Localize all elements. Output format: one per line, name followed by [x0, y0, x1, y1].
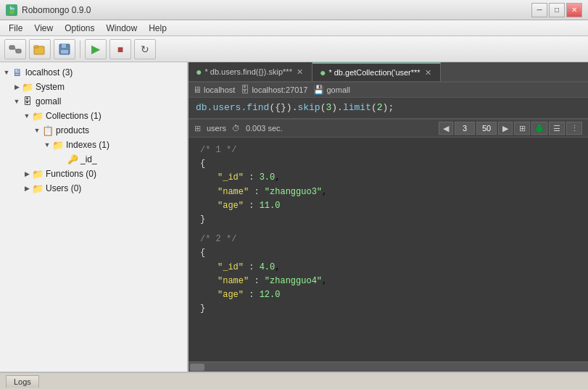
conn-db: 💾 gomall [313, 85, 349, 95]
execute-button[interactable]: ▶ [85, 39, 107, 59]
query-editor[interactable]: db.users.find({}).skip(3).limit(2); [189, 98, 588, 120]
h-scroll-thumb [190, 364, 204, 371]
arrow-system: ▶ [12, 82, 22, 92]
menu-window[interactable]: Window [101, 22, 144, 35]
menu-bar: File View Options Window Help [0, 20, 588, 36]
title-bar: 🍃 Robomongo 0.9.0 ─ □ ✕ [0, 0, 588, 20]
minimize-button[interactable]: ─ [531, 3, 547, 17]
server-icon: 🖥 [12, 67, 23, 78]
menu-file[interactable]: File [3, 22, 28, 35]
close-button[interactable]: ✕ [566, 3, 582, 17]
open-button[interactable] [29, 39, 51, 59]
arrow-functions: ▶ [22, 169, 32, 179]
title-bar-left: 🍃 Robomongo 0.9.0 [6, 4, 91, 16]
refresh-button[interactable]: ↻ [134, 39, 156, 59]
arrow-gomall: ▼ [12, 96, 22, 106]
result-1-comment: /* 1 */ [200, 145, 236, 155]
tab-2-label: * db.getCollection('user*** [328, 68, 420, 77]
table-icon: ⊞ [194, 124, 201, 133]
app-icon: 🍃 [6, 4, 17, 16]
label-collections: Collections (1) [46, 111, 102, 121]
db-icon: 🗄 [22, 96, 33, 107]
stop-button[interactable]: ■ [109, 39, 131, 59]
folder-system-icon: 📁 [22, 81, 33, 93]
tab-2[interactable]: ● * db.getCollection('user*** ✕ [312, 62, 441, 81]
tree-system[interactable]: ▶ 📁 System [0, 80, 187, 94]
arrow-indexes: ▼ [42, 140, 52, 150]
folder-functions-icon: 📁 [32, 168, 44, 180]
status-bar: Logs [0, 372, 588, 389]
results-time: ⏱ [232, 124, 240, 133]
label-users: Users (0) [46, 183, 81, 193]
tab-1-label: * db.users.find({}).skip*** [204, 67, 291, 76]
conn-port-label: localhost:27017 [252, 85, 307, 94]
query-func: db.users.find [196, 102, 269, 113]
toolbar-sep-1 [80, 41, 80, 58]
menu-help[interactable]: Help [143, 22, 173, 35]
label-localhost: localhost (3) [25, 67, 73, 78]
app-title: Robomongo 0.9.0 [22, 5, 91, 15]
folder-collections-icon: 📁 [32, 110, 44, 122]
tab-bar: ● * db.users.find({}).skip*** ✕ ● * db.g… [189, 62, 588, 83]
folder-indexes-icon: 📁 [52, 139, 64, 151]
result-block-1: /* 1 */ { "_id" : 3.0, "name" : "zhanggu… [200, 143, 576, 227]
logs-tab[interactable]: Logs [6, 375, 39, 388]
menu-view[interactable]: View [28, 22, 59, 35]
svg-rect-7 [61, 50, 68, 54]
tree-id-index[interactable]: 🔑 _id_ [0, 152, 187, 167]
label-products: products [56, 125, 89, 135]
svg-line-2 [15, 47, 16, 51]
nav-controls: ◀ 3 50 ▶ ⊞ 🌲 ☰ ⋮ [439, 122, 582, 135]
right-panel: ● * db.users.find({}).skip*** ✕ ● * db.g… [189, 62, 588, 372]
tab-1-dot: ● [196, 66, 202, 78]
toolbar: ▶ ■ ↻ [0, 36, 588, 62]
results-collection: users [207, 124, 226, 133]
main-layout: ▼ 🖥 localhost (3) ▶ 📁 System ▼ 🗄 gomall … [0, 62, 588, 372]
result-2-comment: /* 2 */ [200, 234, 236, 244]
sidebar: ▼ 🖥 localhost (3) ▶ 📁 System ▼ 🗄 gomall … [0, 62, 189, 372]
conn-host-label: localhost [204, 85, 235, 94]
tree-products[interactable]: ▼ 📋 products [0, 123, 187, 138]
label-system: System [36, 82, 65, 92]
index-icon: 🔑 [67, 154, 78, 165]
svg-rect-4 [34, 46, 38, 48]
nav-page-size: 50 [476, 122, 497, 135]
connect-button[interactable] [4, 39, 26, 59]
nav-page-num: 3 [455, 122, 475, 135]
tab-2-dot: ● [320, 67, 326, 78]
view-table-button[interactable]: ⊞ [514, 122, 530, 135]
menu-options[interactable]: Options [59, 22, 100, 35]
save-button[interactable] [54, 39, 75, 59]
label-functions: Functions (0) [46, 169, 96, 179]
nav-prev-button[interactable]: ◀ [439, 122, 453, 135]
maximize-button[interactable]: □ [549, 3, 565, 17]
h-scroll-bar[interactable] [189, 361, 588, 372]
tree-gomall[interactable]: ▼ 🗄 gomall [0, 94, 187, 109]
tree-localhost[interactable]: ▼ 🖥 localhost (3) [0, 65, 187, 80]
folder-users-icon: 📁 [32, 183, 44, 194]
window-controls: ─ □ ✕ [531, 3, 582, 17]
tab-2-close[interactable]: ✕ [423, 68, 433, 78]
tree-indexes[interactable]: ▼ 📁 Indexes (1) [0, 138, 187, 152]
label-id-index: _id_ [80, 154, 97, 164]
tree-functions[interactable]: ▶ 📁 Functions (0) [0, 167, 187, 181]
conn-host: 🖥 localhost [193, 85, 235, 95]
conn-db-label: gomall [326, 85, 349, 94]
svg-rect-1 [16, 49, 21, 53]
arrow-id [57, 154, 67, 164]
nav-next-button[interactable]: ▶ [498, 122, 513, 135]
collection-products-icon: 📋 [42, 125, 54, 136]
view-more-button[interactable]: ⋮ [566, 122, 582, 135]
tab-1[interactable]: ● * db.users.find({}).skip*** ✕ [189, 62, 312, 81]
tree-users[interactable]: ▶ 📁 Users (0) [0, 181, 187, 196]
host-icon: 🖥 [193, 85, 202, 95]
db-conn-icon: 💾 [313, 85, 324, 95]
view-tree-button[interactable]: 🌲 [531, 122, 547, 135]
result-block-2: /* 2 */ { "_id" : 4.0, "name" : "zhanggu… [200, 233, 576, 316]
tab-1-close[interactable]: ✕ [295, 67, 305, 77]
svg-rect-0 [9, 46, 15, 49]
conn-bar: 🖥 localhost 🗄 localhost:27017 💾 gomall [189, 83, 588, 98]
result-content: /* 1 */ { "_id" : 3.0, "name" : "zhanggu… [189, 138, 588, 361]
view-text-button[interactable]: ☰ [549, 122, 565, 135]
tree-collections[interactable]: ▼ 📁 Collections (1) [0, 109, 187, 123]
